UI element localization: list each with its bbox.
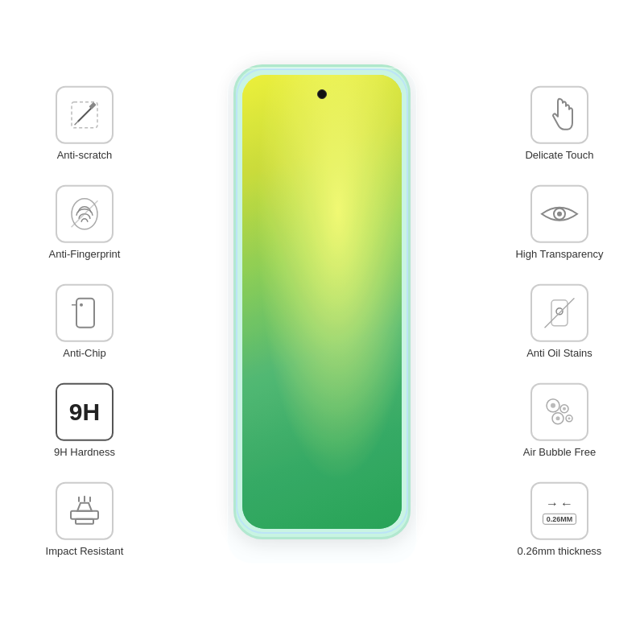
svg-point-24 <box>563 407 566 410</box>
anti-fingerprint-label: Anti-Fingerprint <box>49 248 121 262</box>
high-transparency-label: High Transparency <box>515 248 603 262</box>
feature-delicate-touch: Delicate Touch <box>525 86 593 163</box>
feature-thickness: → ← 0.26MM 0.26mm thickness <box>518 481 602 558</box>
9h-text: 9H <box>69 399 100 423</box>
svg-rect-10 <box>76 518 93 523</box>
features-left: Anti-scratch Anti-Fingerprint <box>16 86 153 558</box>
anti-chip-icon-box <box>56 284 114 342</box>
oil-icon-box <box>530 284 588 342</box>
feature-impact-resistant: Impact Resistant <box>46 481 124 558</box>
delicate-touch-label: Delicate Touch <box>525 149 593 163</box>
svg-point-15 <box>557 212 562 217</box>
svg-rect-6 <box>76 299 94 328</box>
arrow-left: → <box>546 497 559 511</box>
touch-icon <box>542 96 577 134</box>
bubble-icon-box <box>530 382 588 440</box>
thickness-arrows: → ← <box>546 497 573 511</box>
thickness-label: 0.26mm thickness <box>518 544 602 558</box>
eye-icon-box <box>530 185 588 243</box>
svg-point-23 <box>551 402 555 407</box>
phone-wrapper <box>225 64 419 580</box>
feature-anti-fingerprint: Anti-Fingerprint <box>49 185 121 262</box>
svg-line-5 <box>72 201 97 227</box>
thickness-icon-box: → ← 0.26MM <box>530 481 588 539</box>
scratch-icon <box>67 97 102 133</box>
feature-anti-scratch: Anti-scratch <box>56 86 114 163</box>
9h-icon-box: 9H <box>56 382 114 440</box>
fingerprint-icon <box>65 195 104 233</box>
bubble-icon <box>540 392 579 431</box>
page-container: Anti-scratch Anti-Fingerprint <box>0 0 644 644</box>
svg-point-7 <box>80 303 83 307</box>
feature-air-bubble: Air Bubble Free <box>523 382 596 459</box>
feature-9h-hardness: 9H 9H Hardness <box>54 382 115 459</box>
feature-anti-oil: Anti Oil Stains <box>526 284 592 361</box>
anti-scratch-label: Anti-scratch <box>57 149 113 163</box>
svg-line-18 <box>545 299 574 328</box>
touch-icon-box <box>530 86 588 144</box>
feature-high-transparency: High Transparency <box>515 185 603 262</box>
svg-line-3 <box>75 122 78 125</box>
anti-scratch-icon-box <box>56 86 114 144</box>
features-right: Delicate Touch High Transparency <box>491 86 628 558</box>
9h-hardness-label: 9H Hardness <box>54 445 115 459</box>
svg-rect-2 <box>89 102 96 109</box>
feature-anti-chip: Anti-Chip <box>56 284 114 361</box>
air-bubble-label: Air Bubble Free <box>523 445 596 459</box>
impact-icon <box>64 494 105 526</box>
anti-chip-label: Anti-Chip <box>63 347 105 361</box>
anti-oil-label: Anti Oil Stains <box>526 347 592 361</box>
thickness-mm-label: 0.26MM <box>543 514 577 525</box>
eye-icon <box>539 200 580 229</box>
camera-hole <box>317 89 327 99</box>
svg-point-26 <box>568 417 570 419</box>
anti-fingerprint-icon-box <box>56 185 114 243</box>
impact-resistant-label: Impact Resistant <box>46 544 124 558</box>
oil-icon <box>542 295 577 331</box>
svg-point-25 <box>555 416 559 420</box>
svg-line-1 <box>78 107 93 122</box>
glass-overlay <box>227 68 417 564</box>
impact-icon-box <box>56 481 114 539</box>
svg-rect-9 <box>71 510 98 518</box>
arrow-right: ← <box>560 497 573 511</box>
chip-icon <box>68 295 101 331</box>
